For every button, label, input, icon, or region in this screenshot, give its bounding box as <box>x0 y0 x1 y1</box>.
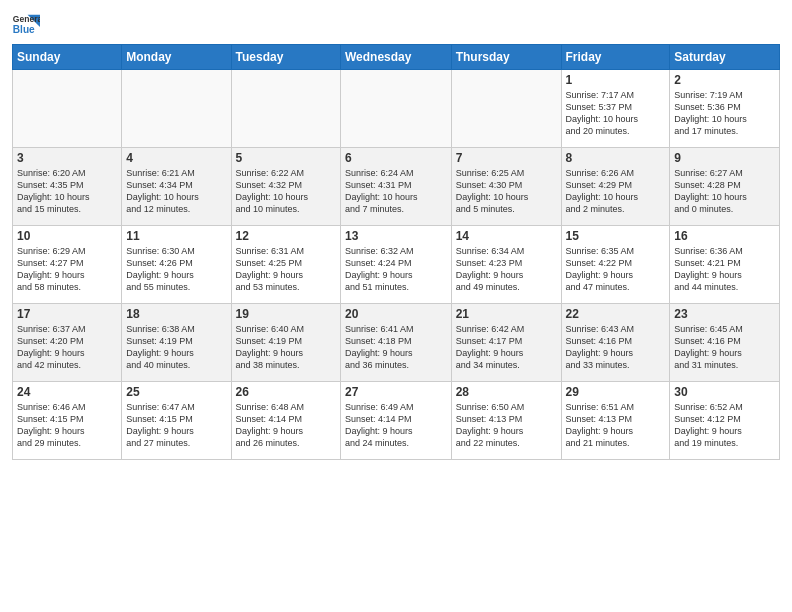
calendar-day-cell: 12Sunrise: 6:31 AM Sunset: 4:25 PM Dayli… <box>231 226 340 304</box>
day-info: Sunrise: 6:34 AM Sunset: 4:23 PM Dayligh… <box>456 245 557 294</box>
day-number: 23 <box>674 307 775 321</box>
day-info: Sunrise: 6:31 AM Sunset: 4:25 PM Dayligh… <box>236 245 336 294</box>
header: General Blue <box>12 10 780 38</box>
calendar-day-cell <box>451 70 561 148</box>
calendar-day-cell: 2Sunrise: 7:19 AM Sunset: 5:36 PM Daylig… <box>670 70 780 148</box>
day-info: Sunrise: 6:40 AM Sunset: 4:19 PM Dayligh… <box>236 323 336 372</box>
calendar-day-cell: 16Sunrise: 6:36 AM Sunset: 4:21 PM Dayli… <box>670 226 780 304</box>
day-number: 5 <box>236 151 336 165</box>
calendar-day-cell: 1Sunrise: 7:17 AM Sunset: 5:37 PM Daylig… <box>561 70 670 148</box>
weekday-header-thursday: Thursday <box>451 45 561 70</box>
day-number: 20 <box>345 307 447 321</box>
weekday-header-sunday: Sunday <box>13 45 122 70</box>
day-info: Sunrise: 6:24 AM Sunset: 4:31 PM Dayligh… <box>345 167 447 216</box>
calendar-day-cell: 25Sunrise: 6:47 AM Sunset: 4:15 PM Dayli… <box>122 382 231 460</box>
day-number: 18 <box>126 307 226 321</box>
calendar-day-cell: 9Sunrise: 6:27 AM Sunset: 4:28 PM Daylig… <box>670 148 780 226</box>
weekday-header-saturday: Saturday <box>670 45 780 70</box>
calendar-week-row: 3Sunrise: 6:20 AM Sunset: 4:35 PM Daylig… <box>13 148 780 226</box>
day-info: Sunrise: 7:19 AM Sunset: 5:36 PM Dayligh… <box>674 89 775 138</box>
weekday-header-monday: Monday <box>122 45 231 70</box>
calendar-day-cell: 19Sunrise: 6:40 AM Sunset: 4:19 PM Dayli… <box>231 304 340 382</box>
calendar-day-cell: 3Sunrise: 6:20 AM Sunset: 4:35 PM Daylig… <box>13 148 122 226</box>
weekday-header-row: SundayMondayTuesdayWednesdayThursdayFrid… <box>13 45 780 70</box>
day-number: 30 <box>674 385 775 399</box>
day-info: Sunrise: 6:37 AM Sunset: 4:20 PM Dayligh… <box>17 323 117 372</box>
day-number: 24 <box>17 385 117 399</box>
day-number: 2 <box>674 73 775 87</box>
day-number: 28 <box>456 385 557 399</box>
day-number: 27 <box>345 385 447 399</box>
day-info: Sunrise: 6:36 AM Sunset: 4:21 PM Dayligh… <box>674 245 775 294</box>
calendar-day-cell <box>122 70 231 148</box>
day-info: Sunrise: 6:32 AM Sunset: 4:24 PM Dayligh… <box>345 245 447 294</box>
calendar-day-cell: 4Sunrise: 6:21 AM Sunset: 4:34 PM Daylig… <box>122 148 231 226</box>
calendar-day-cell: 15Sunrise: 6:35 AM Sunset: 4:22 PM Dayli… <box>561 226 670 304</box>
calendar-day-cell: 30Sunrise: 6:52 AM Sunset: 4:12 PM Dayli… <box>670 382 780 460</box>
calendar-day-cell: 24Sunrise: 6:46 AM Sunset: 4:15 PM Dayli… <box>13 382 122 460</box>
svg-text:Blue: Blue <box>13 24 35 35</box>
calendar-week-row: 17Sunrise: 6:37 AM Sunset: 4:20 PM Dayli… <box>13 304 780 382</box>
day-number: 17 <box>17 307 117 321</box>
day-number: 19 <box>236 307 336 321</box>
calendar-day-cell: 13Sunrise: 6:32 AM Sunset: 4:24 PM Dayli… <box>341 226 452 304</box>
day-number: 21 <box>456 307 557 321</box>
day-number: 4 <box>126 151 226 165</box>
calendar-day-cell <box>13 70 122 148</box>
day-number: 15 <box>566 229 666 243</box>
calendar-day-cell: 29Sunrise: 6:51 AM Sunset: 4:13 PM Dayli… <box>561 382 670 460</box>
calendar-day-cell <box>231 70 340 148</box>
day-number: 25 <box>126 385 226 399</box>
calendar-day-cell: 21Sunrise: 6:42 AM Sunset: 4:17 PM Dayli… <box>451 304 561 382</box>
day-number: 12 <box>236 229 336 243</box>
day-info: Sunrise: 6:25 AM Sunset: 4:30 PM Dayligh… <box>456 167 557 216</box>
day-info: Sunrise: 6:35 AM Sunset: 4:22 PM Dayligh… <box>566 245 666 294</box>
weekday-header-friday: Friday <box>561 45 670 70</box>
day-info: Sunrise: 6:42 AM Sunset: 4:17 PM Dayligh… <box>456 323 557 372</box>
calendar-week-row: 10Sunrise: 6:29 AM Sunset: 4:27 PM Dayli… <box>13 226 780 304</box>
day-number: 29 <box>566 385 666 399</box>
calendar-day-cell: 10Sunrise: 6:29 AM Sunset: 4:27 PM Dayli… <box>13 226 122 304</box>
day-info: Sunrise: 6:45 AM Sunset: 4:16 PM Dayligh… <box>674 323 775 372</box>
day-info: Sunrise: 6:20 AM Sunset: 4:35 PM Dayligh… <box>17 167 117 216</box>
day-number: 14 <box>456 229 557 243</box>
day-info: Sunrise: 6:43 AM Sunset: 4:16 PM Dayligh… <box>566 323 666 372</box>
day-info: Sunrise: 6:26 AM Sunset: 4:29 PM Dayligh… <box>566 167 666 216</box>
day-info: Sunrise: 6:30 AM Sunset: 4:26 PM Dayligh… <box>126 245 226 294</box>
day-info: Sunrise: 6:49 AM Sunset: 4:14 PM Dayligh… <box>345 401 447 450</box>
day-info: Sunrise: 6:47 AM Sunset: 4:15 PM Dayligh… <box>126 401 226 450</box>
calendar-day-cell: 23Sunrise: 6:45 AM Sunset: 4:16 PM Dayli… <box>670 304 780 382</box>
page: General Blue SundayMondayTuesdayWednesda… <box>0 0 792 612</box>
calendar-day-cell: 14Sunrise: 6:34 AM Sunset: 4:23 PM Dayli… <box>451 226 561 304</box>
day-number: 22 <box>566 307 666 321</box>
calendar-day-cell: 7Sunrise: 6:25 AM Sunset: 4:30 PM Daylig… <box>451 148 561 226</box>
day-number: 26 <box>236 385 336 399</box>
logo-icon: General Blue <box>12 10 40 38</box>
calendar-day-cell: 28Sunrise: 6:50 AM Sunset: 4:13 PM Dayli… <box>451 382 561 460</box>
calendar-day-cell: 20Sunrise: 6:41 AM Sunset: 4:18 PM Dayli… <box>341 304 452 382</box>
day-number: 6 <box>345 151 447 165</box>
day-number: 7 <box>456 151 557 165</box>
day-info: Sunrise: 6:50 AM Sunset: 4:13 PM Dayligh… <box>456 401 557 450</box>
calendar-day-cell: 27Sunrise: 6:49 AM Sunset: 4:14 PM Dayli… <box>341 382 452 460</box>
calendar-day-cell <box>341 70 452 148</box>
day-info: Sunrise: 6:21 AM Sunset: 4:34 PM Dayligh… <box>126 167 226 216</box>
calendar-week-row: 24Sunrise: 6:46 AM Sunset: 4:15 PM Dayli… <box>13 382 780 460</box>
calendar-day-cell: 8Sunrise: 6:26 AM Sunset: 4:29 PM Daylig… <box>561 148 670 226</box>
svg-text:General: General <box>13 14 40 24</box>
day-number: 13 <box>345 229 447 243</box>
calendar-table: SundayMondayTuesdayWednesdayThursdayFrid… <box>12 44 780 460</box>
calendar-day-cell: 6Sunrise: 6:24 AM Sunset: 4:31 PM Daylig… <box>341 148 452 226</box>
day-info: Sunrise: 6:22 AM Sunset: 4:32 PM Dayligh… <box>236 167 336 216</box>
day-number: 8 <box>566 151 666 165</box>
day-info: Sunrise: 6:38 AM Sunset: 4:19 PM Dayligh… <box>126 323 226 372</box>
day-number: 16 <box>674 229 775 243</box>
calendar-day-cell: 22Sunrise: 6:43 AM Sunset: 4:16 PM Dayli… <box>561 304 670 382</box>
day-number: 3 <box>17 151 117 165</box>
day-info: Sunrise: 6:46 AM Sunset: 4:15 PM Dayligh… <box>17 401 117 450</box>
weekday-header-wednesday: Wednesday <box>341 45 452 70</box>
calendar-day-cell: 5Sunrise: 6:22 AM Sunset: 4:32 PM Daylig… <box>231 148 340 226</box>
day-info: Sunrise: 7:17 AM Sunset: 5:37 PM Dayligh… <box>566 89 666 138</box>
calendar-week-row: 1Sunrise: 7:17 AM Sunset: 5:37 PM Daylig… <box>13 70 780 148</box>
day-info: Sunrise: 6:41 AM Sunset: 4:18 PM Dayligh… <box>345 323 447 372</box>
